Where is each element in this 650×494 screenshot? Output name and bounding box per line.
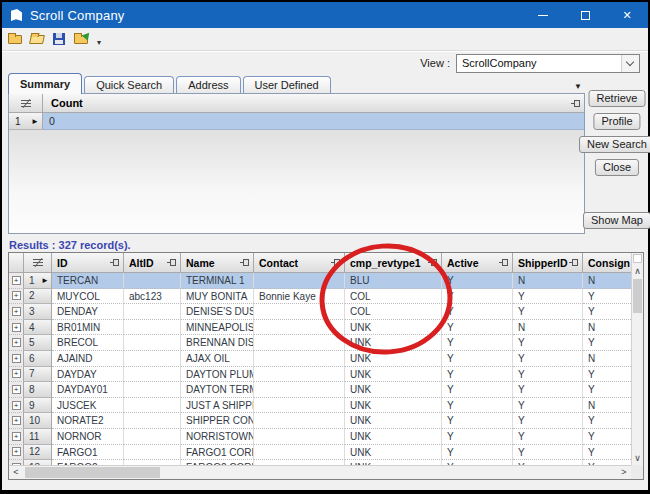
cell-id: TERCAN xyxy=(52,273,124,289)
tab-summary[interactable]: Summary xyxy=(8,73,82,94)
cell-shipperid: Y xyxy=(513,398,583,414)
row-header[interactable]: 1► xyxy=(24,273,52,289)
minimize-button[interactable] xyxy=(522,2,564,28)
table-row[interactable]: + 1► TERCAN TERMINAL 1 BLU Y N N xyxy=(9,273,631,289)
maximize-button[interactable] xyxy=(564,2,606,28)
expand-row-icon[interactable]: + xyxy=(12,323,21,332)
table-row[interactable]: + 9► JUSCEK JUST A SHIPPER UNK Y Y N xyxy=(9,398,631,414)
view-select[interactable]: ScrollCompany xyxy=(456,54,640,73)
vertical-scrollbar-thumb[interactable] xyxy=(633,279,642,313)
table-row[interactable]: + 2► MUYCOL abc123 MUY BONITA Bonnie Kay… xyxy=(9,289,631,305)
table-row[interactable]: + 7► DAYDAY DAYTON PLUM... UNK Y Y Y xyxy=(9,367,631,383)
table-row[interactable]: + 6► AJAIND AJAX OIL UNK Y Y N xyxy=(9,351,631,367)
expand-cell: + xyxy=(9,335,24,351)
save-icon[interactable] xyxy=(51,31,69,47)
table-row[interactable]: + 5► BRECOL BRENNAN DIST... UNK Y Y Y xyxy=(9,335,631,351)
cell-name: MUY BONITA xyxy=(181,289,254,305)
row-header[interactable]: 5► xyxy=(24,335,52,351)
horizontal-scrollbar[interactable]: < > xyxy=(9,465,631,479)
column-header-shipperid[interactable]: ShipperID xyxy=(513,253,583,273)
column-pin-icon[interactable] xyxy=(167,258,176,266)
expand-row-icon[interactable]: + xyxy=(12,385,21,394)
expand-row-icon[interactable]: + xyxy=(12,276,21,285)
tab-quick-search[interactable]: Quick Search xyxy=(84,76,174,94)
summary-grid-row[interactable]: 1 ► 0 xyxy=(9,113,584,130)
cell-contact xyxy=(254,367,345,383)
toolbar-options-caret[interactable]: ▾ xyxy=(97,38,101,47)
tab-overflow-dropdown[interactable]: ▼ xyxy=(574,82,582,91)
expand-row-icon[interactable]: + xyxy=(12,354,21,363)
row-header[interactable]: 6► xyxy=(24,351,52,367)
expand-row-icon[interactable]: + xyxy=(12,369,21,378)
expand-row-icon[interactable]: + xyxy=(12,416,21,425)
tab-user-defined[interactable]: User Defined xyxy=(243,76,331,94)
summary-count-column-header[interactable]: Count xyxy=(43,94,584,113)
results-grid-corner-cell[interactable] xyxy=(24,253,52,273)
expand-row-icon[interactable]: + xyxy=(12,432,21,441)
open-folder-icon[interactable] xyxy=(29,31,47,47)
cell-cmp-revtype1: UNK xyxy=(345,413,442,429)
column-pin-icon[interactable] xyxy=(499,258,508,266)
cell-cmp-revtype1: UNK xyxy=(345,320,442,336)
table-row[interactable]: + 11► NORNOR NORRISTOWN,... UNK Y Y Y xyxy=(9,429,631,445)
close-search-button[interactable]: Close xyxy=(595,159,639,176)
column-header-contact[interactable]: Contact xyxy=(254,253,345,273)
close-button[interactable]: ✕ xyxy=(606,2,648,28)
profile-button[interactable]: Profile xyxy=(593,113,640,130)
table-row[interactable]: + 3► DENDAY DENISE'S DUST... COL Y Y Y xyxy=(9,304,631,320)
column-header-consign[interactable]: Consign xyxy=(583,253,631,273)
column-pin-icon[interactable] xyxy=(110,258,119,266)
current-row-arrow-icon: ► xyxy=(41,273,49,288)
expand-row-icon[interactable]: + xyxy=(12,338,21,347)
column-header-active[interactable]: Active xyxy=(442,253,513,273)
table-row[interactable]: + 4► BR01MIN MINNEAPOLIS... UNK Y N N xyxy=(9,320,631,336)
retrieve-button[interactable]: Retrieve xyxy=(589,90,646,107)
row-header[interactable]: 4► xyxy=(24,320,52,336)
row-header[interactable]: 7► xyxy=(24,367,52,383)
show-map-button[interactable]: Show Map xyxy=(583,212,650,229)
row-header[interactable]: 2► xyxy=(24,289,52,305)
column-pin-icon[interactable] xyxy=(240,258,249,266)
cell-active: Y xyxy=(442,351,513,367)
scroll-down-arrow-icon[interactable]: ∨ xyxy=(632,452,643,465)
column-pin-icon[interactable] xyxy=(569,258,578,266)
export-folder-icon[interactable] xyxy=(73,31,91,47)
minimize-icon xyxy=(538,15,548,16)
column-pin-icon[interactable] xyxy=(571,99,580,107)
summary-grid-corner-cell[interactable] xyxy=(9,94,43,113)
column-header-id[interactable]: ID xyxy=(52,253,124,273)
table-row[interactable]: + 10► NORATE2 SHIPPER CONSI... UNK Y Y Y xyxy=(9,413,631,429)
chevron-down-icon xyxy=(626,58,634,66)
cell-id: NORNOR xyxy=(52,429,124,445)
cell-active: Y xyxy=(442,304,513,320)
column-header-name[interactable]: Name xyxy=(181,253,254,273)
expand-row-icon[interactable]: + xyxy=(12,447,21,456)
cell-id: BR01MIN xyxy=(52,320,124,336)
summary-grid: Count 1 ► 0 xyxy=(8,93,585,234)
table-row[interactable]: + 12► FARGO1 FARGO1 CORP UNK Y Y Y xyxy=(9,445,631,461)
column-header-cmp-revtype1[interactable]: cmp_revtype1 xyxy=(345,253,442,273)
expand-row-icon[interactable]: + xyxy=(12,307,21,316)
vertical-scrollbar[interactable]: ∧ ∨ xyxy=(631,253,643,465)
scroll-left-arrow-icon[interactable]: < xyxy=(9,466,23,479)
tab-address[interactable]: Address xyxy=(176,76,240,94)
row-header[interactable]: 10► xyxy=(24,413,52,429)
expand-row-icon[interactable]: + xyxy=(12,291,21,300)
row-header[interactable]: 8► xyxy=(24,382,52,398)
scroll-up-arrow-icon[interactable]: ∧ xyxy=(632,265,643,278)
column-pin-icon[interactable] xyxy=(428,258,437,266)
row-header[interactable]: 3► xyxy=(24,304,52,320)
view-select-dropdown-button[interactable] xyxy=(621,55,639,72)
table-row[interactable]: + 8► DAYDAY01 DAYTON TERMI... UNK Y Y Y xyxy=(9,382,631,398)
row-header[interactable]: 11► xyxy=(24,429,52,445)
row-header[interactable]: 12► xyxy=(24,445,52,461)
column-pin-icon[interactable] xyxy=(331,258,340,266)
expand-cell: + xyxy=(9,320,24,336)
row-header[interactable]: 9► xyxy=(24,398,52,414)
scroll-right-arrow-icon[interactable]: > xyxy=(617,466,631,479)
new-search-button[interactable]: New Search xyxy=(579,136,650,153)
horizontal-scrollbar-thumb[interactable] xyxy=(25,467,160,478)
column-header-altid[interactable]: AltID xyxy=(124,253,181,273)
new-folder-icon[interactable] xyxy=(7,31,25,47)
expand-row-icon[interactable]: + xyxy=(12,401,21,410)
